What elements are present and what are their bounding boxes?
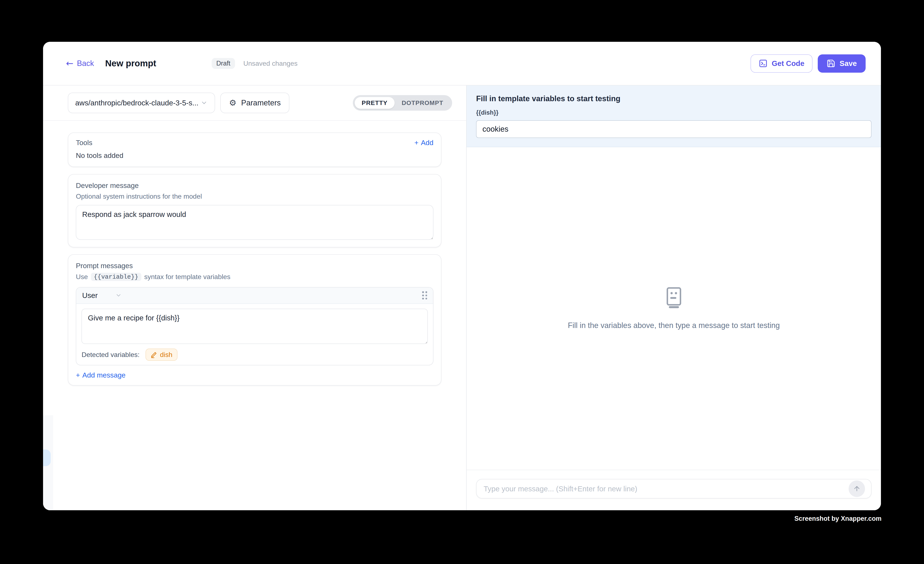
chevron-down-icon	[115, 292, 122, 298]
get-code-button[interactable]: Get Code	[750, 54, 813, 73]
model-selector-value: aws/anthropic/bedrock-claude-3-5-s...	[75, 99, 198, 107]
prompt-messages-title: Prompt messages	[76, 262, 434, 270]
add-tool-label: Add	[421, 139, 434, 147]
sidebar-active-item[interactable]	[43, 450, 51, 466]
view-mode-toggle: PRETTY DOTPROMPT	[353, 95, 452, 111]
watermark: Screenshot by Xnapper.com	[794, 515, 882, 522]
developer-message-subtitle: Optional system instructions for the mod…	[76, 192, 434, 200]
plus-icon: +	[414, 139, 418, 147]
pencil-icon	[151, 351, 157, 358]
save-button[interactable]: Save	[818, 54, 866, 73]
send-button[interactable]	[849, 480, 865, 497]
add-message-label: Add message	[82, 371, 126, 379]
save-icon	[826, 59, 836, 68]
app-window: ← Back New prompt Draft Unsaved changes …	[43, 42, 881, 510]
prompt-messages-card: Prompt messages Use {{variable}} syntax …	[68, 254, 442, 386]
arrow-up-icon	[853, 485, 861, 492]
template-variables-section: Fill in template variables to start test…	[466, 86, 881, 147]
parameters-button[interactable]: ⚙ Parameters	[220, 93, 290, 113]
empty-state-text: Fill in the variables above, then type a…	[568, 321, 780, 330]
tools-card: Tools + Add No tools added	[68, 132, 442, 167]
tools-empty-text: No tools added	[76, 152, 434, 160]
chat-message-input[interactable]	[476, 479, 872, 498]
prompt-messages-subtitle: Use {{variable}} syntax for template var…	[76, 273, 434, 281]
add-message-button[interactable]: + Add message	[76, 371, 434, 379]
save-label: Save	[840, 59, 857, 68]
developer-message-card: Developer message Optional system instru…	[68, 174, 442, 247]
message-header: User	[76, 288, 433, 304]
screenshot-stage: ← Back New prompt Draft Unsaved changes …	[0, 0, 924, 564]
subtitle-suffix: syntax for template variables	[144, 273, 230, 281]
tab-pretty[interactable]: PRETTY	[355, 97, 394, 109]
developer-message-textarea[interactable]	[76, 205, 434, 240]
parameters-label: Parameters	[241, 99, 281, 107]
add-tool-button[interactable]: + Add	[414, 139, 434, 147]
chevron-down-icon	[201, 99, 208, 106]
unsaved-changes-note: Unsaved changes	[243, 60, 298, 68]
role-selector[interactable]: User	[82, 291, 122, 300]
plus-icon: +	[76, 371, 80, 379]
variable-chip-label: dish	[160, 351, 172, 358]
message-textarea[interactable]	[81, 309, 428, 344]
developer-message-title: Developer message	[76, 182, 434, 190]
tools-title: Tools	[76, 139, 92, 147]
model-selector[interactable]: aws/anthropic/bedrock-claude-3-5-s...	[68, 93, 215, 113]
role-selector-value: User	[82, 291, 98, 300]
drag-handle-icon[interactable]	[422, 291, 427, 299]
test-panel: Fill in template variables to start test…	[466, 86, 881, 510]
editor-toolbar: aws/anthropic/bedrock-claude-3-5-s... ⚙ …	[43, 86, 466, 121]
back-label: Back	[77, 59, 94, 68]
page-title: New prompt	[105, 58, 156, 69]
header-actions: Get Code Save	[750, 54, 866, 73]
chat-input-bar	[466, 470, 881, 510]
variable-syntax-chip: {{variable}}	[91, 273, 141, 281]
variable-chip-dish[interactable]: dish	[146, 349, 178, 361]
variable-dish-input[interactable]	[476, 120, 872, 138]
left-sidebar-strip	[43, 416, 53, 510]
back-button[interactable]: ← Back	[66, 59, 94, 68]
window-body: aws/anthropic/bedrock-claude-3-5-s... ⚙ …	[43, 86, 881, 510]
header: ← Back New prompt Draft Unsaved changes …	[43, 42, 881, 86]
terminal-icon	[759, 59, 768, 68]
bot-icon	[665, 287, 683, 308]
message-block: User Detected variables:	[76, 287, 434, 365]
subtitle-prefix: Use	[76, 273, 88, 281]
back-arrow-icon: ←	[66, 59, 73, 68]
prompt-editor-panel: aws/anthropic/bedrock-claude-3-5-s... ⚙ …	[43, 86, 467, 510]
detected-variables-label: Detected variables:	[81, 351, 140, 358]
template-variables-title: Fill in template variables to start test…	[476, 94, 872, 103]
status-badge: Draft	[212, 58, 235, 69]
tab-dotprompt[interactable]: DOTPROMPT	[394, 97, 450, 109]
detected-variables-row: Detected variables: dish	[81, 349, 428, 361]
chat-empty-state: Fill in the variables above, then type a…	[466, 147, 881, 470]
get-code-label: Get Code	[772, 59, 804, 68]
variable-dish-label: {{dish}}	[476, 109, 872, 116]
gear-icon: ⚙	[229, 99, 237, 107]
editor-content: Tools + Add No tools added Developer mes…	[43, 121, 466, 510]
message-body: Detected variables: dish	[76, 304, 433, 365]
